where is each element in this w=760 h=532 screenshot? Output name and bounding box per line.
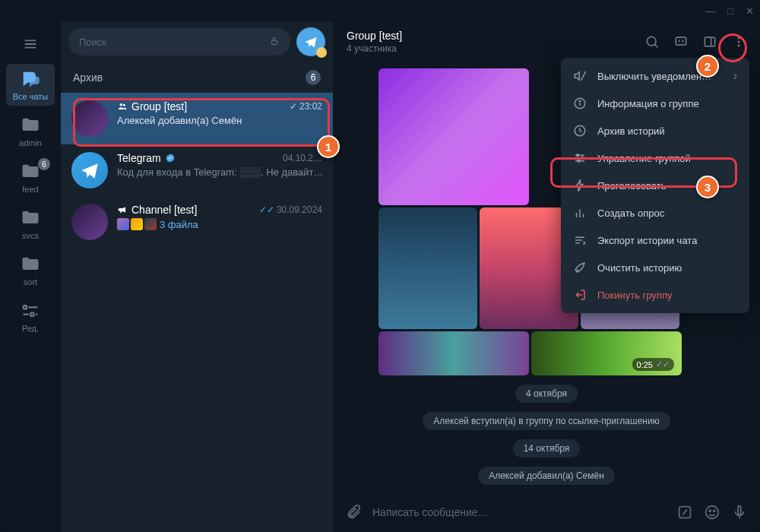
- folder-rail: Все чаты admin 6 feed svcs sort Ред.: [0, 21, 61, 532]
- chat-name-text: Channel [test]: [131, 204, 197, 216]
- menu-mute[interactable]: Выключить уведомлен… ›: [561, 62, 749, 90]
- chat-preview: 3 файла: [160, 219, 198, 230]
- channel-icon: [117, 204, 128, 215]
- folder-all-chats[interactable]: Все чаты: [6, 64, 55, 106]
- system-message: Алексей добавил(а) Семён: [478, 467, 615, 485]
- search-input[interactable]: Поиск: [68, 28, 290, 55]
- attach-icon[interactable]: [345, 504, 362, 521]
- voice-icon[interactable]: [731, 504, 748, 521]
- chat-avatar: [71, 204, 108, 240]
- media-thumb[interactable]: [378, 331, 529, 375]
- folder-sort[interactable]: sort: [6, 249, 55, 291]
- chat-time-text: 04.10.2…: [283, 153, 322, 163]
- svg-point-20: [738, 44, 740, 46]
- check-icon: ✓✓: [259, 204, 274, 215]
- folder-svcs[interactable]: svcs: [6, 203, 55, 245]
- chevron-right-icon: ›: [733, 69, 737, 83]
- chat-item-group-test[interactable]: Group [test] ✓23:02 Код для входа в Tele…: [61, 93, 333, 144]
- svg-point-10: [123, 104, 125, 106]
- group-icon: [117, 101, 128, 112]
- search-icon[interactable]: [644, 34, 660, 49]
- chat-preview: Код для входа в Telegram: ░░░. Не давайт…: [117, 166, 322, 178]
- window-close[interactable]: ✕: [746, 5, 754, 17]
- svg-line-40: [682, 509, 687, 515]
- menu-label: Создать опрос: [597, 207, 664, 219]
- annotation-badge-3: 3: [696, 176, 719, 198]
- svg-point-43: [714, 510, 715, 511]
- date-separator: 14 октября: [513, 439, 581, 458]
- folder-badge: 6: [38, 158, 50, 170]
- svg-line-12: [654, 44, 657, 47]
- window-maximize[interactable]: □: [727, 5, 733, 17]
- message-composer: Написать сообщение…: [333, 492, 760, 532]
- menu-label: Информация о группе: [597, 98, 699, 109]
- archive-header[interactable]: Архив 6: [61, 62, 333, 93]
- chat-name-text: Group [test]: [131, 100, 187, 112]
- menu-label: Покинуть группу: [597, 290, 672, 301]
- menu-label: Проголосовать: [597, 180, 666, 192]
- message-input[interactable]: Написать сообщение…: [372, 506, 666, 518]
- search-placeholder: Поиск: [79, 36, 106, 48]
- folder-feed[interactable]: 6 feed: [6, 157, 55, 198]
- menu-manage-group[interactable]: Управление группой: [561, 144, 749, 172]
- svg-rect-16: [705, 37, 714, 46]
- svg-point-42: [709, 510, 711, 511]
- media-thumb-video[interactable]: 0:25 ✓✓: [531, 331, 682, 375]
- menu-label: Управление группой: [597, 153, 691, 164]
- svg-line-21: [581, 71, 586, 81]
- attachment-thumbs: [117, 218, 157, 230]
- telegram-logo-button[interactable]: [296, 27, 325, 56]
- svg-point-11: [647, 36, 656, 46]
- comments-icon[interactable]: [673, 34, 689, 49]
- more-icon[interactable]: [731, 34, 746, 49]
- menu-story-archive[interactable]: Архив историй: [561, 117, 749, 144]
- window-titlebar: — □ ✕: [0, 0, 760, 21]
- svg-point-9: [120, 103, 123, 106]
- lock-icon: [269, 36, 280, 49]
- menu-group-info[interactable]: Информация о группе: [561, 90, 749, 117]
- folder-label: Ред.: [22, 324, 39, 333]
- menu-leave-group[interactable]: Покинуть группу: [561, 281, 749, 309]
- media-thumb[interactable]: [378, 207, 477, 329]
- folder-edit[interactable]: Ред.: [6, 296, 55, 337]
- chat-item-telegram[interactable]: Telegram 04.10.2… Код для входа в Telegr…: [61, 144, 333, 196]
- chat-avatar: [71, 152, 108, 188]
- svg-point-18: [738, 36, 740, 39]
- window-minimize[interactable]: —: [705, 5, 715, 17]
- svg-rect-44: [738, 506, 741, 515]
- menu-label: Экспорт истории чата: [597, 235, 697, 246]
- archive-count: 6: [306, 70, 321, 85]
- chat-options-menu: Выключить уведомлен… › Информация о груп…: [561, 58, 749, 313]
- commands-icon[interactable]: [676, 504, 693, 521]
- menu-label: Архив историй: [597, 125, 665, 137]
- emoji-icon[interactable]: [704, 504, 720, 521]
- folder-label: svcs: [22, 231, 39, 240]
- chat-time-text: 30.09.2024: [277, 204, 322, 215]
- chat-avatar: [71, 100, 108, 137]
- menu-button[interactable]: [15, 29, 46, 59]
- folder-label: Все чаты: [13, 92, 49, 101]
- svg-point-41: [706, 506, 719, 519]
- menu-label: Выключить уведомлен…: [597, 71, 711, 82]
- chat-subtitle: 4 участника: [347, 43, 644, 54]
- chat-item-channel-test[interactable]: Channel [test] ✓✓ 30.09.2024 3 файла: [61, 196, 333, 248]
- media-thumb[interactable]: [378, 68, 529, 205]
- folder-label: admin: [19, 138, 42, 147]
- annotation-badge-1: 1: [317, 135, 340, 158]
- folder-label: sort: [24, 277, 37, 287]
- verified-icon: [165, 153, 176, 163]
- chat-preview: Алексей добавил(а) Семён: [117, 115, 322, 126]
- chat-header-info[interactable]: Group [test] 4 участника: [347, 30, 644, 54]
- sidebar-toggle-icon[interactable]: [702, 34, 717, 49]
- menu-boost[interactable]: Проголосовать: [561, 172, 749, 199]
- menu-export-history[interactable]: Экспорт истории чата: [561, 226, 749, 254]
- menu-clear-history[interactable]: Очистить историю: [561, 254, 749, 281]
- folder-admin[interactable]: admin: [6, 110, 55, 152]
- system-message: Алексей вступил(а) в группу по ссылке-пр…: [423, 412, 670, 430]
- chat-time-text: 23:02: [299, 101, 322, 112]
- menu-create-poll[interactable]: Создать опрос: [561, 199, 749, 226]
- chat-title: Group [test]: [347, 30, 644, 42]
- chat-header: Group [test] 4 участника: [333, 21, 760, 62]
- annotation-badge-2: 2: [696, 55, 719, 78]
- menu-label: Очистить историю: [597, 262, 682, 274]
